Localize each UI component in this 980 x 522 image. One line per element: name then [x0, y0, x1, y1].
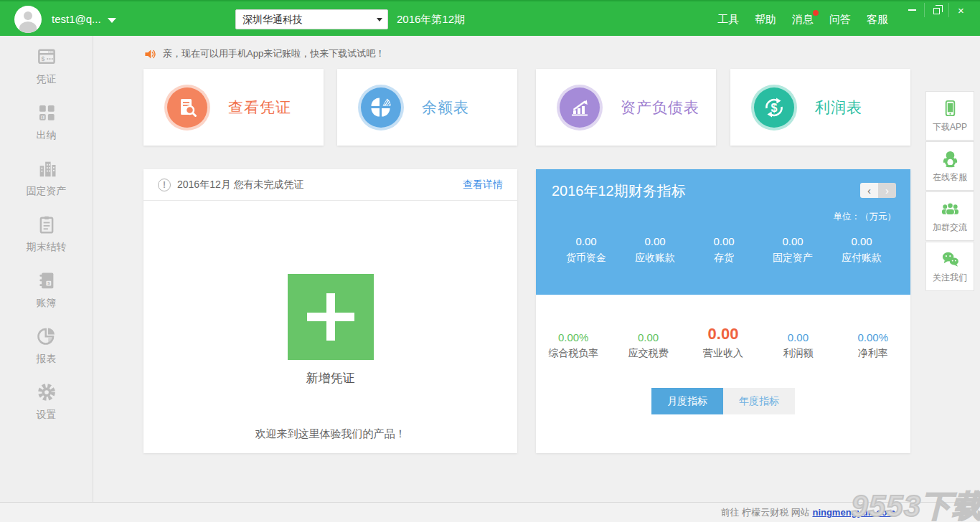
sidebar-item-period-end[interactable]: 期末结转 [0, 214, 93, 254]
tool-label: 下载APP [933, 121, 967, 133]
indicators-title: 2016年12期财务指标 [552, 181, 686, 201]
online-support-button[interactable]: 在线客服 [925, 141, 974, 191]
menu-item-help[interactable]: 帮助 [755, 13, 776, 27]
svg-text:¥: ¥ [41, 115, 44, 120]
sidebar-item-settings[interactable]: 设置 [0, 381, 93, 422]
metric-value: 0.00 [758, 235, 827, 247]
sidebar-item-voucher[interactable]: $ 凭证 [0, 46, 93, 86]
cashier-icon: ¥ [36, 102, 57, 123]
message-badge-dot [813, 10, 819, 16]
metric-value: 0.00 [689, 235, 758, 247]
download-app-button[interactable]: 下载APP [925, 91, 974, 141]
menu-item-support[interactable]: 客服 [867, 13, 888, 27]
tab-monthly-indicators[interactable]: 月度指标 [651, 388, 723, 414]
sidebar-item-ledger[interactable]: $ 账簿 [0, 270, 93, 310]
voucher-panel-body: 新增凭证 欢迎来到这里体验我们的产品！ [143, 201, 517, 452]
metric-value: 0.00 [621, 235, 689, 247]
sidebar-item-label: 账簿 [37, 297, 57, 310]
avatar[interactable] [14, 6, 42, 33]
top-menu: 工具 帮助 消息 问答 客服 [717, 1, 888, 37]
menu-item-tools[interactable]: 工具 [717, 13, 739, 27]
sidebar-item-cashier[interactable]: ¥ 出纳 [0, 102, 93, 142]
metric-payables: 0.00 应付账款 [827, 235, 896, 265]
metric-label: 货币资金 [552, 252, 621, 265]
tool-label: 关注我们 [933, 272, 967, 284]
company-select[interactable]: 深圳华通科技 [235, 9, 388, 29]
fixed-assets-icon [36, 158, 57, 179]
voucher-icon: $ [36, 46, 57, 67]
add-voucher-button[interactable] [288, 274, 374, 360]
prev-period-button[interactable]: ‹ [860, 183, 878, 198]
sidebar-item-fixed-assets[interactable]: 固定资产 [0, 158, 93, 198]
card-profit[interactable]: $ 利润表 [730, 69, 910, 146]
metric-inventory: 0.00 存货 [689, 235, 758, 265]
top-metrics-row: 0.00 货币资金 0.00 应收账款 0.00 存货 0.00 固定资产 [552, 235, 896, 265]
footer-text: 前往 柠檬云财税 网站 ningmengyun.com [721, 503, 895, 522]
card-view-voucher[interactable]: 查看凭证 [143, 69, 324, 146]
metric-fixed-assets: 0.00 固定资产 [758, 235, 827, 265]
restore-button[interactable] [924, 3, 948, 17]
metric-label: 应收账款 [621, 252, 689, 265]
sidebar-item-label: 报表 [37, 353, 57, 366]
menu-item-qa[interactable]: 问答 [829, 13, 851, 27]
svg-text:$: $ [47, 280, 50, 285]
minimize-button[interactable] [900, 3, 924, 17]
period-end-icon [36, 214, 57, 235]
reports-icon [36, 326, 57, 347]
indicator-tabs: 月度指标 年度指标 [651, 388, 795, 414]
sidebar-item-label: 设置 [37, 409, 57, 422]
tab-yearly-indicators[interactable]: 年度指标 [723, 388, 795, 414]
menu-item-messages[interactable]: 消息 [792, 13, 814, 27]
titlebar: test1@q... 深圳华通科技 2016年第12期 工具 帮助 消息 问答 … [0, 0, 980, 36]
sidebar-item-reports[interactable]: 报表 [0, 326, 93, 366]
unit-label: 单位：（万元） [552, 211, 896, 223]
svg-text:$: $ [41, 55, 44, 62]
metric-value: 0.00% [836, 325, 910, 343]
metric-label: 净利率 [836, 347, 910, 360]
metric-label: 固定资产 [758, 252, 827, 265]
sidebar-item-label: 凭证 [37, 73, 57, 86]
metric-value: 0.00 [760, 325, 835, 343]
welcome-text: 欢迎来到这里体验我们的产品！ [143, 427, 517, 441]
metric-label: 应付账款 [827, 252, 896, 265]
metric-profit: 0.00 利润额 [760, 325, 835, 360]
sidebar-nav: $ 凭证 ¥ 出纳 固定资产 期末结转 $ 账簿 报表 设置 [0, 36, 93, 502]
metric-value: 0.00 [827, 235, 896, 247]
voucher-panel: ! 2016年12月 您有未完成凭证 查看详情 新增凭证 欢迎来到这里体验我们的… [143, 169, 517, 453]
view-voucher-icon [167, 87, 207, 128]
metric-value: 0.00 [611, 325, 685, 343]
user-menu[interactable]: test1@q... [52, 1, 116, 37]
metric-revenue: 0.00 营业收入 [686, 325, 760, 360]
next-period-button[interactable]: › [878, 183, 896, 198]
phone-icon [941, 99, 960, 118]
metric-tax-payable: 0.00 应交税费 [611, 325, 685, 360]
metric-value: 0.00 [686, 325, 760, 343]
website-link[interactable]: ningmengyun.com [812, 507, 895, 518]
metric-tax-burden: 0.00% 综合税负率 [536, 325, 611, 360]
join-group-button[interactable]: 加群交流 [925, 191, 974, 241]
follow-us-button[interactable]: 关注我们 [925, 242, 974, 291]
settings-icon [36, 381, 57, 403]
menu-item-label: 消息 [792, 13, 814, 25]
speaker-icon [143, 47, 157, 61]
tool-label: 在线客服 [933, 171, 967, 184]
notice-text: 亲，现在可以用手机App来记账啦，快来下载试试吧！ [163, 47, 385, 60]
indicators-white-section: 0.00% 综合税负率 0.00 应交税费 0.00 营业收入 0.00 利润额 [536, 295, 910, 453]
footer-text-prefix: 前往 柠檬云财税 网站 [721, 507, 813, 518]
view-details-link[interactable]: 查看详情 [463, 179, 503, 191]
wechat-icon [941, 250, 960, 269]
tool-label: 加群交流 [933, 222, 967, 234]
restore-icon [933, 8, 940, 14]
metric-net-margin: 0.00% 净利率 [836, 325, 910, 360]
minimize-icon [908, 9, 916, 11]
add-voucher-label: 新增凭证 [143, 370, 517, 386]
close-button[interactable]: × [948, 3, 973, 17]
window-controls: × [900, 3, 973, 17]
card-asset-liability[interactable]: 资产负债表 [536, 69, 716, 146]
card-label: 查看凭证 [228, 98, 291, 118]
card-label: 资产负债表 [621, 98, 699, 118]
card-balance-sheet[interactable]: 余额表 [337, 69, 517, 146]
metric-value: 0.00 [552, 235, 621, 247]
notice-bar: 亲，现在可以用手机App来记账啦，快来下载试试吧！ [143, 45, 385, 62]
metric-label: 应交税费 [611, 347, 685, 360]
